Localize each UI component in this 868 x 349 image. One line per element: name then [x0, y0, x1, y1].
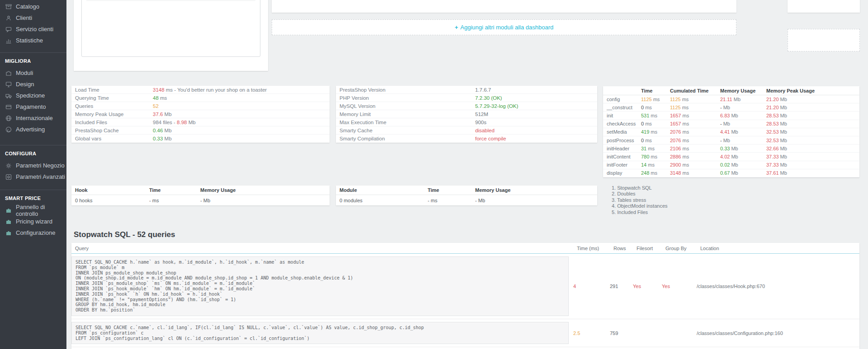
perf-row-global-vars: Global vars 0.33 Mb [71, 135, 330, 143]
timing-row-initfooter: initFooter 14ms 2900ms 0.02Mb 37.33Mb [603, 161, 859, 169]
customer-service-icon [5, 26, 12, 33]
puzzle-icon [5, 207, 12, 214]
sidebar-item-pricing-wizard[interactable]: Pricing wizard [0, 216, 66, 227]
modules-header-row: ModuleTimeMemory Usage [336, 186, 597, 195]
memory-peak-value: 37.6 [153, 112, 163, 117]
sidebar-item-internazionale[interactable]: Internazionale [0, 112, 66, 124]
sidebar-item-pagamento[interactable]: Pagamento [0, 101, 66, 112]
profiler-nav-tables-stress[interactable]: 3. Tables stress [612, 197, 668, 203]
hooks-count: 0 hooks [75, 198, 149, 203]
sidebar-item-parametri-negozio[interactable]: Parametri Negozio [0, 160, 66, 171]
sql-queries-panel: Query Time (ms) Rows Filesort Group By L… [71, 243, 859, 349]
sql-col-groupby: Group By [665, 246, 700, 251]
sql-query-text: SELECT SQL_NO_CACHE h.`name` as hook, m.… [71, 256, 569, 316]
sidebar-item-catalogo[interactable]: Catalogo [0, 1, 66, 12]
sql-col-rows: Rows [613, 246, 637, 251]
perf-row-prestashop-cache: PrestaShop Cache 0.46 Mb [71, 126, 330, 135]
hooks-header-row: HookTimeMemory Usage [71, 186, 330, 195]
shipping-icon [5, 93, 12, 99]
sidebar-item-label: Spedizione [16, 92, 45, 99]
sql-filesort-value: Yes [633, 284, 662, 289]
sidebar-item-label: Pagamento [16, 103, 46, 110]
queries-count-value: 52 [153, 103, 159, 109]
sidebar-item-moduli[interactable]: Moduli [0, 67, 66, 79]
sidebar-item-design[interactable]: Design [0, 79, 66, 90]
sidebar-item-label: Configurazione [16, 229, 55, 236]
sql-time-value: 2.5 [573, 330, 610, 336]
sidebar-item-spedizione[interactable]: Spedizione [0, 90, 66, 101]
advertising-icon [5, 126, 12, 133]
sidebar-item-label: Pannello di controllo [16, 204, 66, 217]
sql-col-query: Query [75, 246, 577, 251]
stats-icon [5, 37, 12, 44]
puzzle-icon [5, 219, 12, 225]
sidebar-item-advertising[interactable]: Advertising [0, 124, 66, 135]
profiler-nav-objectmodel[interactable]: 4. ObjectModel instances [612, 203, 668, 209]
perf-row-included-files: Included Files 984 files - 8.98 Mb [71, 118, 330, 126]
env-row-max-execution-time: Max Execution Time900s [336, 118, 597, 126]
timing-row-construct: __construct 0ms 1125ms -Mb 21.20Mb [603, 103, 859, 112]
perf-row-querying-time: Querying Time 48 ms [71, 94, 330, 102]
sidebar-item-pannello-di-controllo[interactable]: Pannello di controllo [0, 205, 66, 216]
profiler-nav-doubles[interactable]: 2. Doubles [612, 191, 668, 197]
sql-query-text: SELECT SQL_NO_CACHE c.`name`, cl.`id_lan… [71, 322, 569, 344]
sidebar-item-label: Statistiche [16, 37, 43, 44]
perf-row-queries: Queries 52 [71, 102, 330, 110]
sql-groupby-value: Yes [662, 284, 697, 289]
sql-col-time: Time (ms) [577, 246, 613, 251]
dashboard-right-widget-partial [788, 0, 860, 13]
timing-row-postprocess: postProcess 0ms 2076ms -Mb 32.53Mb [603, 136, 859, 144]
international-icon [5, 115, 12, 121]
sidebar-section-smart-price: SMART PRICE [0, 190, 66, 205]
sql-col-filesort: Filesort [637, 246, 665, 251]
sql-rows-value: 759 [610, 330, 633, 336]
profiler-nav-included-files[interactable]: 5. Included Files [612, 209, 668, 215]
perf-row-memory-peak: Memory Peak Usage 37.6 Mb [71, 110, 330, 118]
timing-row-display: display 248ms 3148ms 0.67Mb 37.61Mb [603, 169, 859, 177]
sidebar-item-servizio-clienti[interactable]: Servizio clienti [0, 23, 66, 35]
sql-col-location: Location [700, 246, 859, 251]
timing-row-checkaccess: checkAccess 0ms 1657ms -Mb 28.53Mb [603, 120, 859, 128]
sql-query-row-partial [71, 347, 859, 349]
sidebar-item-clienti[interactable]: Clienti [0, 12, 66, 23]
add-modules-label: Aggiungi altri moduli alla dashboard [460, 24, 553, 31]
sidebar-item-statistiche[interactable]: Statistiche [0, 35, 66, 46]
sidebar: Catalogo Clienti Servizio clienti Statis… [0, 0, 66, 349]
sql-location-value: /classes/classes/Hook.php:670 [697, 284, 859, 289]
sidebar-item-parametri-avanzati[interactable]: Parametri Avanzati [0, 171, 66, 182]
sql-table-header: Query Time (ms) Rows Filesort Group By L… [71, 243, 859, 254]
sql-query-row: SELECT SQL_NO_CACHE c.`name`, cl.`id_lan… [71, 319, 859, 347]
sidebar-item-label: Catalogo [16, 3, 39, 10]
prestashop-cache-value: 0.46 [153, 128, 163, 133]
env-row-smarty-compilation: Smarty Compilationforce compile [336, 135, 597, 143]
add-modules-panel: + Aggiungi altri moduli alla dashboard [272, 19, 736, 35]
modules-count: 0 modules [340, 198, 428, 203]
add-modules-link[interactable]: + Aggiungi altri moduli alla dashboard [455, 24, 553, 31]
sidebar-item-configurazione[interactable]: Configurazione [0, 227, 66, 238]
timing-row-init: init 531ms 1657ms 6.83Mb 28.53Mb [603, 112, 859, 120]
sidebar-section-migliora: MIGLIORA [0, 53, 66, 67]
sidebar-item-label: Moduli [16, 70, 33, 76]
dashboard-widget-partial [74, 0, 268, 71]
sidebar-item-label: Parametri Negozio [16, 162, 65, 169]
sql-query-row: SELECT SQL_NO_CACHE h.`name` as hook, m.… [71, 254, 859, 319]
env-row-memory-limit: Memory Limit512M [336, 110, 597, 118]
catalog-icon [5, 4, 12, 10]
timing-col-time: Time [641, 88, 670, 93]
timing-col-cumulated: Cumulated Time [670, 88, 720, 93]
load-time-value: 3148 [153, 87, 165, 93]
customers-icon [5, 15, 12, 21]
profiler-nav-stopwatch-sql[interactable]: 1. Stopwatch SQL [612, 185, 668, 191]
timing-col-memory: Memory Usage [720, 88, 766, 93]
dashboard-panel-bottom-edge [272, 0, 736, 13]
env-row-mysql-version: MySQL Version5.7.29-32-log (OK) [336, 102, 597, 110]
timing-header-row: Time Cumulated Time Memory Usage Memory … [603, 86, 859, 95]
timing-row-setmedia: setMedia 419ms 2076ms 4.41Mb 32.53Mb [603, 128, 859, 136]
sql-time-value: 4 [573, 284, 610, 289]
sidebar-item-label: Advertising [16, 126, 45, 133]
performance-summary-panel: Load Time 3148 ms - You'd better run you… [71, 86, 330, 143]
modules-icon [5, 70, 12, 76]
sidebar-item-label: Pricing wizard [16, 218, 52, 225]
sidebar-item-label: Internazionale [16, 115, 53, 121]
puzzle-icon [5, 230, 12, 236]
